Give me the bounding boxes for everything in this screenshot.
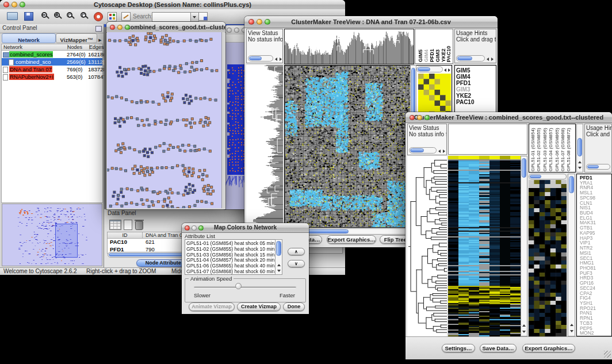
treeview-combined-title-bar[interactable]: ClusterMaker TreeView : combined_scores_… <box>406 112 612 123</box>
row-label[interactable]: GIM4 <box>456 74 470 80</box>
minimize-button[interactable] <box>117 25 123 30</box>
scroll-left-icon[interactable] <box>275 58 277 61</box>
treeview-dna-title-bar[interactable]: ClusterMaker TreeView : DNA and Tran 07-… <box>244 16 498 28</box>
network-vscrollbar[interactable] <box>221 32 225 208</box>
vizmap-palette-icon[interactable] <box>108 12 117 21</box>
attribute-list-item[interactable]: GPL51-01 (GSM854) heat shock 05 min <box>186 240 274 246</box>
scroll-up-icon[interactable] <box>570 324 573 326</box>
new-document-icon[interactable] <box>124 220 132 230</box>
row-label[interactable]: PFD1 <box>456 80 471 86</box>
scroll-right-icon[interactable] <box>443 150 445 153</box>
attribute-list[interactable]: GPL51-01 (GSM854) heat shock 05 minGPL51… <box>185 239 276 275</box>
zoom-button[interactable] <box>125 25 130 30</box>
animation-speed-slider[interactable] <box>194 286 296 289</box>
zoom-button[interactable] <box>424 115 430 120</box>
table-row[interactable]: DNA and Tran 07769(0)183728(0) <box>2 66 102 73</box>
expression-heatmap-canvas[interactable] <box>448 156 521 336</box>
minimize-button[interactable] <box>12 2 17 7</box>
treeview-button[interactable]: Settings… <box>442 344 475 352</box>
minimize-button[interactable] <box>234 28 239 33</box>
open-folder-icon[interactable] <box>7 12 18 20</box>
network-table-header-cell[interactable]: Nodes <box>66 44 90 50</box>
gene-list-vscrollbar[interactable] <box>568 174 575 336</box>
id-column-header[interactable]: ID <box>108 232 143 238</box>
scrollbar-thumb[interactable] <box>276 241 281 256</box>
row-label[interactable]: GIM5 <box>456 67 470 74</box>
zoom-button[interactable] <box>198 225 204 231</box>
network-table-header-cell[interactable]: Network <box>2 44 68 50</box>
zoom-fit-icon[interactable] <box>67 12 75 21</box>
close-button[interactable] <box>410 115 415 120</box>
scroll-down-icon[interactable] <box>570 330 573 332</box>
attribute-list-item[interactable]: GPL51-03 (GSM856) heat shock 15 min <box>186 252 274 258</box>
tab-vizmapper[interactable]: VizMapper™ <box>56 33 97 43</box>
scrollbar-thumb[interactable] <box>410 148 424 152</box>
usage-hints-hscrollbar[interactable] <box>586 164 610 170</box>
tab-overflow-button[interactable]: ▶ <box>97 33 103 42</box>
row-label[interactable]: GIM3 <box>456 86 470 93</box>
global-view-hscrollbar[interactable] <box>529 174 567 179</box>
main-title-bar[interactable]: Cytoscape Desktop (Session Name: collins… <box>0 0 345 10</box>
slider-thumb[interactable] <box>235 283 242 289</box>
minimize-button[interactable] <box>257 19 262 25</box>
table-row[interactable]: combined_scores2764(0)16218(0) <box>2 51 102 58</box>
close-button[interactable] <box>248 19 254 25</box>
move-up-button[interactable]: ∧ <box>288 248 305 255</box>
scroll-up-icon[interactable] <box>522 324 526 327</box>
minimize-button[interactable] <box>417 115 422 120</box>
scroll-down-icon[interactable] <box>277 270 281 272</box>
table-row[interactable]: combined_sco2569(6)13112(15) <box>2 58 102 66</box>
usage-hints-hscrollbar[interactable] <box>456 55 485 62</box>
search-dropdown-button[interactable] <box>190 12 199 22</box>
row-dendrogram-canvas[interactable] <box>407 156 447 336</box>
row-label[interactable]: YKE2 <box>456 93 471 99</box>
row-label[interactable]: PAC10 <box>456 99 475 105</box>
scroll-left-icon[interactable] <box>438 150 441 153</box>
gene-label[interactable]: MON2 <box>580 331 594 336</box>
attribute-list-item[interactable]: GPL51-06 (GSM865) heat shock 40 min <box>186 263 274 269</box>
float-panel-icon[interactable] <box>95 26 102 32</box>
scrollbar-thumb[interactable] <box>418 67 430 71</box>
treeview-button[interactable]: Export Graphics… <box>522 344 575 352</box>
attribute-list-item[interactable]: GPL51-04 (GSM857) heat shock 20 min <box>186 257 274 263</box>
move-down-button[interactable]: ∨ <box>288 260 305 267</box>
scroll-down-icon[interactable] <box>578 167 582 169</box>
close-button[interactable] <box>3 2 9 7</box>
search-options-icon[interactable] <box>198 12 208 21</box>
attribute-list-item[interactable]: GPL51-07 (GSM868) heat shock 60 min <box>186 269 274 274</box>
trash-icon[interactable] <box>135 221 143 230</box>
zoom-in-icon[interactable] <box>54 12 63 21</box>
network-table-header-cell[interactable]: Edges <box>87 44 106 50</box>
zoom-selected-icon[interactable] <box>81 12 89 21</box>
close-button[interactable] <box>185 225 190 231</box>
scroll-up-icon[interactable] <box>277 264 281 266</box>
scrollbar-thumb[interactable] <box>249 56 262 60</box>
help-ring-icon[interactable] <box>94 12 103 21</box>
scroll-right-icon[interactable] <box>448 68 450 72</box>
treeview-button[interactable]: Export Graphics… <box>327 235 376 244</box>
column-dendrogram-canvas[interactable] <box>284 29 414 64</box>
close-button[interactable] <box>110 25 115 30</box>
view-status-hscrollbar[interactable] <box>409 147 437 154</box>
table-icon[interactable] <box>109 220 121 230</box>
search-input[interactable] <box>152 12 191 22</box>
attribute-list-vscrollbar[interactable] <box>275 239 282 275</box>
submatrix-hscrollbar[interactable] <box>416 66 443 72</box>
scroll-right-icon[interactable] <box>491 58 494 61</box>
create-vizmap-button[interactable]: Create Vizmap <box>237 302 281 311</box>
done-button[interactable]: Done <box>283 302 305 311</box>
scrollbar-thumb[interactable] <box>522 158 526 178</box>
scrollbar-thumb[interactable] <box>457 56 472 60</box>
correlation-heatmap-canvas[interactable] <box>284 65 411 228</box>
zoom-button[interactable] <box>265 19 270 25</box>
scroll-down-icon[interactable] <box>522 331 526 333</box>
minimize-button[interactable] <box>192 225 197 231</box>
save-icon[interactable] <box>24 12 33 21</box>
network-graph-canvas[interactable] <box>107 32 221 208</box>
scroll-right-icon[interactable] <box>280 58 282 61</box>
view-status-hscrollbar[interactable] <box>248 55 273 62</box>
global-overview-canvas[interactable] <box>529 180 567 336</box>
row-dendrogram-canvas[interactable] <box>246 65 283 227</box>
heatmap-vscrollbar[interactable] <box>521 156 527 336</box>
annotation-icon[interactable] <box>121 12 131 21</box>
